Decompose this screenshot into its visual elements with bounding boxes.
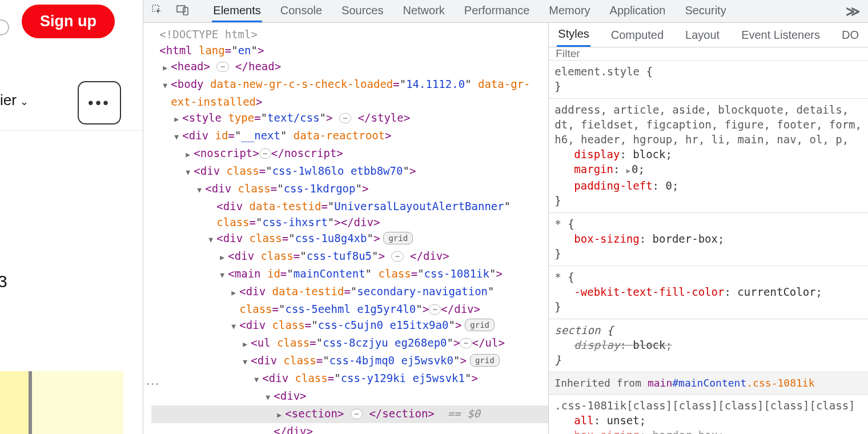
tab-dom-cut[interactable]: DO <box>841 24 860 46</box>
dropdown-label-partial[interactable]: ier⌄ <box>0 91 29 109</box>
overflow-ellipsis-icon[interactable]: ⋯ <box>146 376 160 392</box>
inspect-element-icon[interactable] <box>151 4 163 18</box>
tab-sources[interactable]: Sources <box>340 1 384 22</box>
devtools-panel: Elements Console Sources Network Perform… <box>143 0 868 434</box>
divider <box>0 130 143 131</box>
devtools-tab-row: Elements Console Sources Network Perform… <box>212 1 727 22</box>
devtools-toolbar: Elements Console Sources Network Perform… <box>143 0 868 23</box>
tab-computed[interactable]: Computed <box>610 24 665 46</box>
grid-badge[interactable]: grid <box>465 319 495 331</box>
css-rules-list[interactable]: element.style { } address, article, asid… <box>549 61 868 434</box>
device-toolbar-icon[interactable] <box>176 4 189 18</box>
svg-rect-2 <box>183 7 188 15</box>
grid-badge[interactable]: grid <box>383 232 413 244</box>
label-3: 3 <box>0 272 7 291</box>
tab-security[interactable]: Security <box>684 1 727 22</box>
highlight-row <box>0 371 123 434</box>
more-actions-button[interactable]: ••• <box>78 81 121 124</box>
dom-tree-panel[interactable]: <!DOCTYPE html> <html lang="en"> ▶<head>… <box>143 23 549 434</box>
tab-application[interactable]: Application <box>609 1 667 22</box>
svg-rect-1 <box>177 6 185 12</box>
doctype: <!DOCTYPE html> <box>159 28 258 41</box>
inherited-from-row: Inherited from main#mainContent.css-1081… <box>549 372 868 395</box>
tab-memory[interactable]: Memory <box>548 1 591 22</box>
search-icon[interactable] <box>0 19 9 35</box>
tab-elements[interactable]: Elements <box>212 1 262 22</box>
styles-tab-row: Styles Computed Layout Event Listeners D… <box>549 23 868 47</box>
selected-node[interactable]: ▶<section> ⋯ </section> == $0 <box>151 405 548 423</box>
grid-badge[interactable]: grid <box>470 354 500 367</box>
tab-layout[interactable]: Layout <box>684 24 721 46</box>
tab-console[interactable]: Console <box>279 1 323 22</box>
tab-styles[interactable]: Styles <box>557 23 590 47</box>
more-tabs-icon[interactable]: ≫ <box>846 3 860 19</box>
signup-button[interactable]: Sign up <box>22 5 115 38</box>
chevron-down-icon: ⌄ <box>20 95 29 108</box>
tab-network[interactable]: Network <box>401 1 445 22</box>
styles-panel: Styles Computed Layout Event Listeners D… <box>549 23 868 434</box>
styles-filter-input[interactable] <box>549 47 868 60</box>
tab-event-listeners[interactable]: Event Listeners <box>740 24 821 46</box>
tab-performance[interactable]: Performance <box>463 1 531 22</box>
website-preview-partial: Sign up ier⌄ ••• o artificial 3 <box>0 0 143 434</box>
